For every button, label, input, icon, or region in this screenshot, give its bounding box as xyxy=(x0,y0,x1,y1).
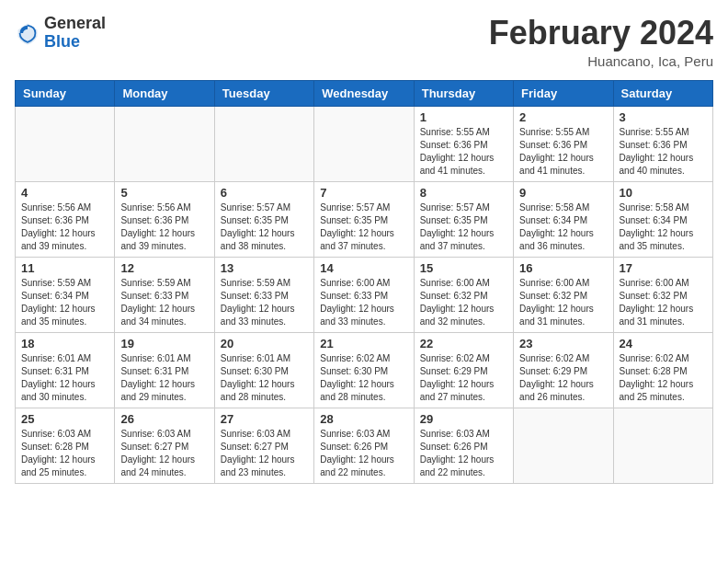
calendar-cell: 21Sunrise: 6:02 AM Sunset: 6:30 PM Dayli… xyxy=(314,332,414,408)
calendar-cell: 7Sunrise: 5:57 AM Sunset: 6:35 PM Daylig… xyxy=(314,181,414,257)
day-info: Sunrise: 6:02 AM Sunset: 6:29 PM Dayligh… xyxy=(420,352,507,404)
logo-icon xyxy=(15,20,40,46)
day-info: Sunrise: 5:55 AM Sunset: 6:36 PM Dayligh… xyxy=(620,126,707,178)
day-info: Sunrise: 6:00 AM Sunset: 6:32 PM Dayligh… xyxy=(420,277,507,328)
day-number: 9 xyxy=(519,186,607,200)
calendar-cell: 3Sunrise: 5:55 AM Sunset: 6:36 PM Daylig… xyxy=(613,106,712,181)
calendar-cell: 4Sunrise: 5:56 AM Sunset: 6:36 PM Daylig… xyxy=(16,181,115,257)
month-title: February 2024 xyxy=(489,15,713,52)
weekday-header: Monday xyxy=(115,80,214,106)
calendar-cell: 26Sunrise: 6:03 AM Sunset: 6:27 PM Dayli… xyxy=(115,408,214,483)
logo: General Blue xyxy=(15,15,106,52)
day-info: Sunrise: 6:00 AM Sunset: 6:32 PM Dayligh… xyxy=(620,277,707,328)
day-number: 17 xyxy=(620,261,707,275)
day-number: 1 xyxy=(420,110,507,124)
day-number: 8 xyxy=(420,186,507,200)
calendar-cell: 16Sunrise: 6:00 AM Sunset: 6:32 PM Dayli… xyxy=(514,257,613,332)
calendar-week-row: 11Sunrise: 5:59 AM Sunset: 6:34 PM Dayli… xyxy=(16,257,713,332)
weekday-header: Saturday xyxy=(613,80,712,106)
day-info: Sunrise: 6:03 AM Sunset: 6:28 PM Dayligh… xyxy=(21,428,108,479)
day-info: Sunrise: 5:58 AM Sunset: 6:34 PM Dayligh… xyxy=(519,201,607,253)
calendar-cell: 17Sunrise: 6:00 AM Sunset: 6:32 PM Dayli… xyxy=(613,257,712,332)
weekday-header: Thursday xyxy=(414,80,513,106)
calendar-cell: 13Sunrise: 5:59 AM Sunset: 6:33 PM Dayli… xyxy=(214,257,313,332)
day-number: 27 xyxy=(221,412,308,426)
calendar-week-row: 25Sunrise: 6:03 AM Sunset: 6:28 PM Dayli… xyxy=(16,408,713,483)
logo-text: General Blue xyxy=(44,15,106,52)
day-number: 13 xyxy=(221,261,308,275)
day-number: 16 xyxy=(519,261,607,275)
calendar-cell: 18Sunrise: 6:01 AM Sunset: 6:31 PM Dayli… xyxy=(16,332,115,408)
day-info: Sunrise: 5:57 AM Sunset: 6:35 PM Dayligh… xyxy=(420,201,507,253)
day-number: 6 xyxy=(221,186,308,200)
day-number: 22 xyxy=(420,337,507,350)
calendar-cell xyxy=(214,106,313,181)
day-info: Sunrise: 5:57 AM Sunset: 6:35 PM Dayligh… xyxy=(320,201,407,253)
day-number: 24 xyxy=(620,337,707,350)
day-number: 25 xyxy=(21,412,108,426)
logo-blue: Blue xyxy=(44,32,80,51)
day-number: 23 xyxy=(519,337,607,350)
day-info: Sunrise: 5:57 AM Sunset: 6:35 PM Dayligh… xyxy=(221,201,308,253)
day-info: Sunrise: 5:59 AM Sunset: 6:34 PM Dayligh… xyxy=(21,277,108,328)
calendar-cell: 23Sunrise: 6:02 AM Sunset: 6:29 PM Dayli… xyxy=(514,332,613,408)
calendar-cell xyxy=(16,106,115,181)
title-block: February 2024 Huancano, Ica, Peru xyxy=(489,15,713,69)
calendar-cell: 25Sunrise: 6:03 AM Sunset: 6:28 PM Dayli… xyxy=(16,408,115,483)
weekday-header: Friday xyxy=(514,80,613,106)
day-number: 29 xyxy=(420,412,507,426)
day-info: Sunrise: 6:01 AM Sunset: 6:31 PM Dayligh… xyxy=(21,352,108,404)
day-info: Sunrise: 6:02 AM Sunset: 6:30 PM Dayligh… xyxy=(320,352,407,404)
calendar-cell xyxy=(314,106,414,181)
day-info: Sunrise: 6:03 AM Sunset: 6:26 PM Dayligh… xyxy=(420,428,507,479)
calendar-cell: 19Sunrise: 6:01 AM Sunset: 6:31 PM Dayli… xyxy=(115,332,214,408)
calendar-cell: 1Sunrise: 5:55 AM Sunset: 6:36 PM Daylig… xyxy=(414,106,513,181)
day-number: 18 xyxy=(21,337,108,350)
calendar-cell: 22Sunrise: 6:02 AM Sunset: 6:29 PM Dayli… xyxy=(414,332,513,408)
day-info: Sunrise: 5:56 AM Sunset: 6:36 PM Dayligh… xyxy=(21,201,108,253)
calendar-week-row: 18Sunrise: 6:01 AM Sunset: 6:31 PM Dayli… xyxy=(16,332,713,408)
calendar-cell xyxy=(514,408,613,483)
weekday-header: Tuesday xyxy=(214,80,313,106)
day-number: 10 xyxy=(620,186,707,200)
calendar-cell xyxy=(613,408,712,483)
day-number: 12 xyxy=(120,261,208,275)
day-info: Sunrise: 6:02 AM Sunset: 6:29 PM Dayligh… xyxy=(519,352,607,404)
logo-general: General xyxy=(44,14,106,32)
day-number: 14 xyxy=(320,261,407,275)
day-number: 4 xyxy=(21,186,108,200)
day-number: 11 xyxy=(21,261,108,275)
day-number: 15 xyxy=(420,261,507,275)
day-info: Sunrise: 6:00 AM Sunset: 6:32 PM Dayligh… xyxy=(519,277,607,328)
calendar-cell: 24Sunrise: 6:02 AM Sunset: 6:28 PM Dayli… xyxy=(613,332,712,408)
location: Huancano, Ica, Peru xyxy=(489,53,713,69)
calendar-cell: 12Sunrise: 5:59 AM Sunset: 6:33 PM Dayli… xyxy=(115,257,214,332)
day-info: Sunrise: 6:02 AM Sunset: 6:28 PM Dayligh… xyxy=(620,352,707,404)
day-info: Sunrise: 6:00 AM Sunset: 6:33 PM Dayligh… xyxy=(320,277,407,328)
day-number: 2 xyxy=(519,110,607,124)
day-info: Sunrise: 6:01 AM Sunset: 6:31 PM Dayligh… xyxy=(120,352,208,404)
calendar: SundayMondayTuesdayWednesdayThursdayFrid… xyxy=(15,80,713,484)
weekday-header-row: SundayMondayTuesdayWednesdayThursdayFrid… xyxy=(16,80,713,106)
calendar-cell: 5Sunrise: 5:56 AM Sunset: 6:36 PM Daylig… xyxy=(115,181,214,257)
day-info: Sunrise: 6:03 AM Sunset: 6:26 PM Dayligh… xyxy=(320,428,407,479)
weekday-header: Sunday xyxy=(16,80,115,106)
calendar-cell xyxy=(115,106,214,181)
weekday-header: Wednesday xyxy=(314,80,414,106)
calendar-cell: 14Sunrise: 6:00 AM Sunset: 6:33 PM Dayli… xyxy=(314,257,414,332)
header: General Blue February 2024 Huancano, Ica… xyxy=(15,15,713,69)
calendar-cell: 15Sunrise: 6:00 AM Sunset: 6:32 PM Dayli… xyxy=(414,257,513,332)
calendar-cell: 27Sunrise: 6:03 AM Sunset: 6:27 PM Dayli… xyxy=(214,408,313,483)
calendar-cell: 20Sunrise: 6:01 AM Sunset: 6:30 PM Dayli… xyxy=(214,332,313,408)
calendar-cell: 28Sunrise: 6:03 AM Sunset: 6:26 PM Dayli… xyxy=(314,408,414,483)
day-number: 3 xyxy=(620,110,707,124)
day-number: 28 xyxy=(320,412,407,426)
calendar-cell: 6Sunrise: 5:57 AM Sunset: 6:35 PM Daylig… xyxy=(214,181,313,257)
calendar-cell: 2Sunrise: 5:55 AM Sunset: 6:36 PM Daylig… xyxy=(514,106,613,181)
day-number: 19 xyxy=(120,337,208,350)
day-info: Sunrise: 5:58 AM Sunset: 6:34 PM Dayligh… xyxy=(620,201,707,253)
day-info: Sunrise: 5:59 AM Sunset: 6:33 PM Dayligh… xyxy=(221,277,308,328)
calendar-week-row: 1Sunrise: 5:55 AM Sunset: 6:36 PM Daylig… xyxy=(16,106,713,181)
day-info: Sunrise: 6:01 AM Sunset: 6:30 PM Dayligh… xyxy=(221,352,308,404)
calendar-cell: 10Sunrise: 5:58 AM Sunset: 6:34 PM Dayli… xyxy=(613,181,712,257)
